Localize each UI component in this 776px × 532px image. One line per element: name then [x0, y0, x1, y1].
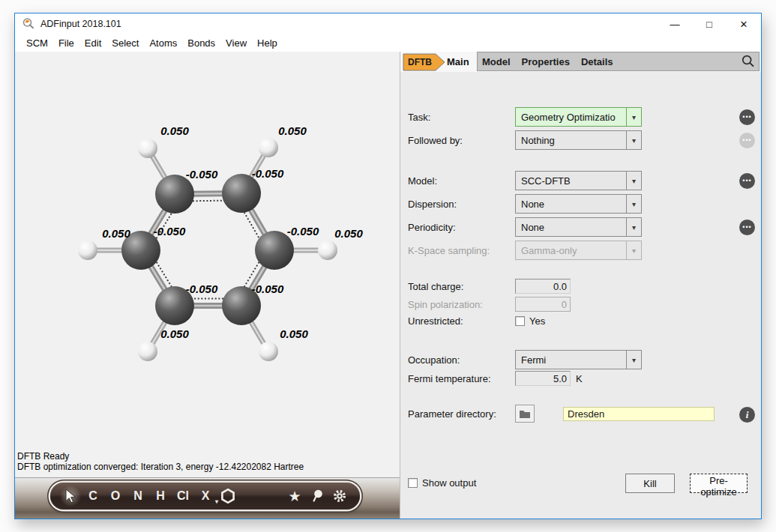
parameter-directory-input[interactable] [563, 407, 715, 421]
show-output-label: Show output [422, 477, 476, 489]
close-button[interactable]: ✕ [727, 13, 761, 34]
chevron-down-icon [626, 241, 641, 259]
element-button-other[interactable]: X [195, 485, 216, 507]
menu-item-edit[interactable]: Edit [79, 37, 106, 49]
element-button-carbon[interactable]: C [82, 485, 103, 507]
atom-charge-label: 0.050 [334, 227, 363, 240]
field-followed-by: Followed by: Nothing [400, 130, 761, 150]
dftb-input-panel: DFTB Main Model Properties Details [400, 52, 761, 519]
tab-model[interactable]: Model [482, 56, 511, 67]
minimize-button[interactable]: — [658, 13, 692, 34]
parameter-directory-info-button[interactable] [739, 407, 755, 423]
menu-item-view[interactable]: View [220, 37, 252, 49]
atom-charge-label: 0.050 [280, 327, 308, 340]
tab-dftb[interactable]: DFTB [403, 53, 446, 71]
atom-hydrogen[interactable] [78, 241, 97, 260]
atom-hydrogen[interactable] [259, 342, 278, 361]
model-dropdown[interactable]: SCC-DFTB [515, 171, 642, 190]
unrestricted-checkbox[interactable] [515, 316, 525, 326]
window-controls: — □ ✕ [658, 13, 761, 34]
followed-by-details-button [739, 133, 755, 148]
structure-library-button[interactable]: ★ [284, 485, 305, 507]
balloon-tool-button[interactable] [307, 485, 328, 507]
model-value: SCC-DFTB [516, 172, 626, 190]
model-details-button[interactable] [739, 173, 755, 189]
chevron-down-icon [626, 131, 641, 149]
atom-charge-label: -0.050 [154, 225, 186, 238]
field-dispersion: Dispersion: None [400, 194, 761, 214]
total-charge-input[interactable] [515, 279, 571, 294]
kspace-label: K-Space sampling: [408, 245, 490, 256]
chevron-down-icon [626, 195, 641, 213]
pointer-tool-button[interactable] [60, 485, 81, 507]
tab-details[interactable]: Details [581, 56, 613, 67]
panel-tab-bar: DFTB Main Model Properties Details [400, 52, 761, 72]
element-button-nitrogen[interactable]: N [127, 485, 148, 507]
maximize-button[interactable]: □ [692, 13, 727, 34]
menu-item-scm[interactable]: SCM [21, 37, 53, 49]
molecule-viewport[interactable]: -0.050-0.050-0.050-0.050-0.050-0.0500.05… [15, 52, 400, 478]
field-total-charge: Total charge: [400, 279, 761, 294]
model-label: Model: [408, 175, 437, 187]
chevron-down-icon [626, 172, 641, 190]
tab-properties[interactable]: Properties [522, 56, 570, 67]
field-kspace: K-Space sampling: Gamma-only [400, 241, 761, 260]
periodicity-value: None [516, 218, 626, 236]
atom-charge-label: 0.050 [278, 124, 307, 137]
form-content: Task: Geometry Optimizatio Followed by: … [400, 72, 761, 519]
field-periodicity: Periodicity: None [400, 217, 761, 237]
atom-hydrogen[interactable] [138, 342, 157, 361]
fermi-temperature-input[interactable] [515, 371, 571, 386]
menu-item-file[interactable]: File [53, 37, 79, 49]
atom-charge-label: -0.050 [186, 168, 218, 181]
menu-item-bonds[interactable]: Bonds [182, 37, 220, 49]
periodicity-details-button[interactable] [739, 220, 755, 235]
folder-browse-button[interactable] [515, 405, 535, 423]
spin-polarization-input [515, 297, 571, 312]
element-button-oxygen[interactable]: O [105, 485, 126, 507]
periodicity-dropdown[interactable]: None [515, 217, 642, 237]
task-value: Geometry Optimizatio [516, 108, 626, 126]
search-icon[interactable] [741, 54, 756, 69]
hexagon-icon [220, 488, 236, 504]
element-button-hydrogen[interactable]: H [150, 485, 171, 507]
fermi-temperature-label: Fermi temperature: [408, 373, 491, 384]
field-unrestricted: Unrestricted: Yes [400, 314, 761, 327]
menu-item-atoms[interactable]: Atoms [144, 37, 182, 49]
element-toolbar-strip: C O N H Cl X ★ [15, 477, 400, 519]
occupation-dropdown[interactable]: Fermi [515, 350, 642, 369]
atom-hydrogen[interactable] [259, 138, 278, 157]
kill-button[interactable]: Kill [625, 474, 675, 493]
element-button-chlorine[interactable]: Cl [172, 485, 193, 507]
atom-hydrogen[interactable] [318, 241, 337, 260]
pre-optimize-button[interactable]: Pre-optimize [690, 474, 748, 493]
field-fermi-temperature: Fermi temperature: K [400, 371, 761, 386]
atom-hydrogen[interactable] [138, 139, 157, 158]
atom-charge-label: -0.050 [252, 167, 284, 180]
task-dropdown[interactable]: Geometry Optimizatio [515, 107, 642, 127]
tab-group: Model Properties Details [477, 52, 760, 71]
status-convergence: DFTB optimization converged: Iteration 3… [17, 462, 304, 472]
ring-tool-button[interactable] [217, 485, 238, 507]
app-icon [22, 17, 35, 31]
fermi-temperature-unit: K [576, 373, 583, 384]
menu-bar: SCM File Edit Select Atoms Bonds View He… [15, 34, 761, 52]
element-toolbar: C O N H Cl X ★ [50, 483, 360, 510]
followed-by-dropdown[interactable]: Nothing [515, 130, 642, 150]
adfinput-window: ADFinput 2018.101 — □ ✕ SCM File Edit Se… [14, 13, 762, 519]
menu-item-select[interactable]: Select [106, 37, 144, 49]
settings-tool-button[interactable] [329, 485, 350, 507]
dispersion-dropdown[interactable]: None [515, 194, 642, 214]
task-details-button[interactable] [739, 109, 755, 125]
atom-charge-label: -0.050 [186, 282, 218, 295]
unrestricted-label: Unrestricted: [408, 315, 463, 327]
periodicity-label: Periodicity: [408, 222, 456, 233]
title-bar[interactable]: ADFinput 2018.101 — □ ✕ [15, 13, 761, 34]
chevron-down-icon [626, 351, 641, 369]
show-output-checkbox[interactable] [408, 478, 418, 488]
followed-by-value: Nothing [516, 131, 626, 149]
menu-item-help[interactable]: Help [252, 37, 283, 49]
desktop-background: ADFinput 2018.101 — □ ✕ SCM File Edit Se… [0, 0, 776, 532]
tab-main[interactable]: Main [444, 52, 472, 72]
dispersion-label: Dispersion: [408, 199, 457, 210]
